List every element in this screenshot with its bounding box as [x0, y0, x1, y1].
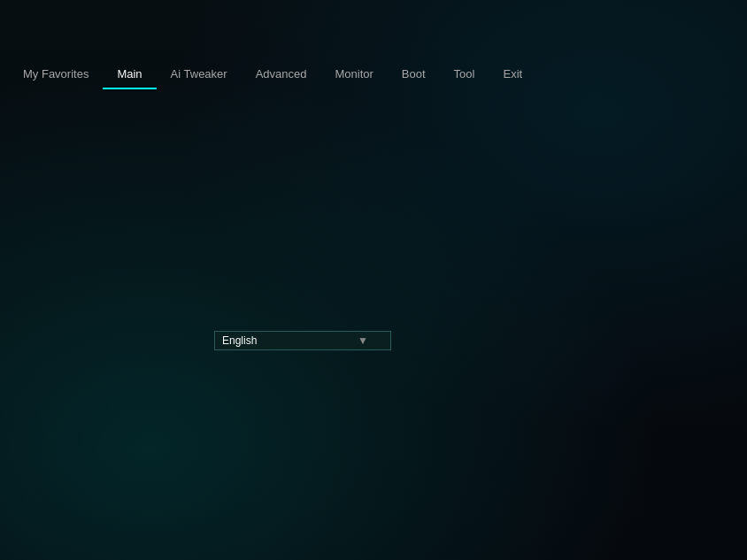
nav-advanced[interactable]: Advanced	[242, 60, 321, 88]
nav-main[interactable]: Main	[103, 60, 156, 88]
nav-my-favorites[interactable]: My Favorites	[9, 60, 103, 88]
nav-monitor[interactable]: Monitor	[321, 60, 388, 88]
main-container: ASUS UEFI BIOS Utility – Advanced Mode 0…	[0, 0, 747, 560]
nav-ai-tweaker[interactable]: Ai Tweaker	[157, 60, 242, 88]
language-dropdown[interactable]: English ▼	[214, 331, 391, 350]
nav-boot[interactable]: Boot	[388, 60, 440, 88]
nav-exit[interactable]: Exit	[489, 60, 536, 88]
nav-tool[interactable]: Tool	[440, 60, 489, 88]
dropdown-arrow-icon: ▼	[358, 334, 368, 347]
